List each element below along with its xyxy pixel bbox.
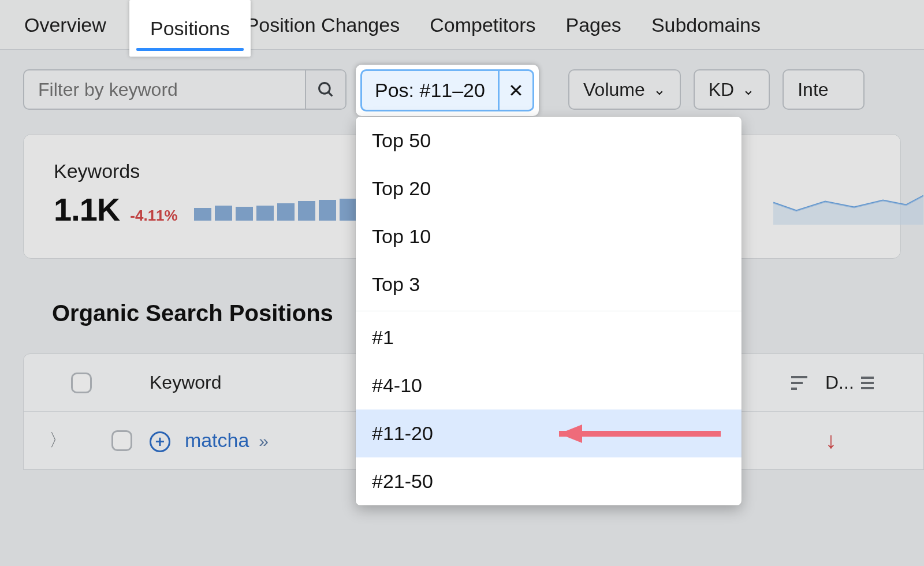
intent-filter-label: Inte <box>798 79 828 100</box>
position-filter-dropdown: Top 50 Top 20 Top 10 Top 3 #1 #4-10 #11-… <box>356 117 742 505</box>
kd-filter-label: KD <box>709 79 734 100</box>
dd-rank-11-20[interactable]: #11-20 <box>356 409 742 457</box>
chevron-down-icon: ⌄ <box>742 81 755 99</box>
tab-positions[interactable]: Positions <box>129 0 251 57</box>
traffic-sparkline <box>773 184 923 225</box>
search-icon <box>316 80 336 99</box>
dd-rank-11-20-label: #11-20 <box>372 422 433 444</box>
sort-desc-icon <box>790 375 808 391</box>
tab-positions-label: Positions <box>150 17 230 40</box>
dd-top-3[interactable]: Top 3 <box>356 260 742 308</box>
svg-line-1 <box>329 92 333 96</box>
chevron-down-icon: ⌄ <box>653 81 666 99</box>
column-d-label: D... <box>825 372 854 393</box>
intent-filter[interactable]: Inte <box>783 69 864 110</box>
volume-filter-label: Volume <box>583 79 645 100</box>
tab-position-changes[interactable]: Position Changes <box>244 10 403 50</box>
dd-top-20[interactable]: Top 20 <box>356 165 742 213</box>
menu-icon <box>861 375 874 390</box>
keyword-search-input[interactable] <box>24 70 305 109</box>
select-all-checkbox[interactable] <box>71 373 92 393</box>
trend-down-icon: ↓ <box>825 427 837 453</box>
kd-filter[interactable]: KD ⌄ <box>694 69 770 110</box>
dd-top-50[interactable]: Top 50 <box>356 117 742 165</box>
svg-marker-9 <box>559 425 582 443</box>
annotation-arrow <box>519 421 726 446</box>
svg-point-0 <box>319 83 330 94</box>
stat-value: 1.1K <box>54 191 120 228</box>
clear-position-filter[interactable]: ✕ <box>498 71 532 110</box>
keyword-link[interactable]: matcha <box>185 429 249 451</box>
add-keyword-icon[interactable]: + <box>150 431 170 452</box>
row-checkbox[interactable] <box>111 430 132 451</box>
dd-rank-21-50[interactable]: #21-50 <box>356 457 742 505</box>
keyword-search-group <box>23 69 346 110</box>
dd-top-10[interactable]: Top 10 <box>356 213 742 260</box>
stat-sparkline-bars <box>194 199 357 221</box>
position-filter-highlight: Pos: #11–20 ✕ <box>356 65 539 116</box>
position-filter-pill[interactable]: Pos: #11–20 ✕ <box>360 69 534 111</box>
keyword-search-button[interactable] <box>305 70 345 109</box>
tab-pages[interactable]: Pages <box>563 10 623 50</box>
section-title: Organic Search Positions <box>52 300 333 326</box>
tab-competitors[interactable]: Competitors <box>427 10 538 50</box>
column-sort-icon[interactable] <box>773 375 825 391</box>
expand-row-icon[interactable]: 〉 <box>49 429 66 452</box>
dd-rank-1[interactable]: #1 <box>356 314 742 362</box>
tab-overview[interactable]: Overview <box>22 10 109 50</box>
column-d[interactable]: D... <box>825 372 923 393</box>
tab-subdomains[interactable]: Subdomains <box>649 10 763 50</box>
stat-delta: -4.11% <box>130 207 177 225</box>
dropdown-separator <box>356 311 742 311</box>
open-keyword-icon[interactable]: » <box>259 431 269 450</box>
volume-filter[interactable]: Volume ⌄ <box>568 69 681 110</box>
position-filter-label: Pos: #11–20 <box>362 71 498 110</box>
dd-rank-4-10[interactable]: #4-10 <box>356 362 742 409</box>
